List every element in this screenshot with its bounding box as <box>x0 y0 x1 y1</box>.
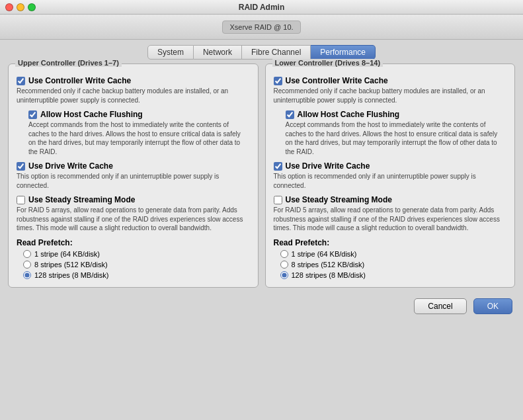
tab-network[interactable]: Network <box>194 45 242 60</box>
lower-steady-stream-checkbox[interactable] <box>274 196 282 204</box>
upper-write-cache-group: Use Controller Write Cache Recommended o… <box>17 76 250 105</box>
lower-radio-1stripe-label: 1 stripe (64 KB/disk) <box>292 250 357 258</box>
lower-radio-128stripes: 128 stripes (8 MB/disk) <box>280 271 507 279</box>
upper-drive-cache-group: Use Drive Write Cache This option is rec… <box>17 161 250 190</box>
upper-host-cache-row: Allow Host Cache Flushing <box>28 110 250 119</box>
upper-drive-cache-label: Use Drive Write Cache <box>28 161 113 171</box>
upper-drive-cache-row: Use Drive Write Cache <box>17 161 250 171</box>
lower-drive-cache-hint: This option is recommended only if an un… <box>274 172 507 190</box>
upper-read-prefetch-label: Read Prefetch: <box>17 238 250 247</box>
upper-steady-stream-group: Use Steady Streaming Mode For RAID 5 arr… <box>17 195 250 233</box>
lower-steady-stream-hint: For RAID 5 arrays, allow read operations… <box>274 206 507 233</box>
lower-radio-1stripe: 1 stripe (64 KB/disk) <box>280 250 507 258</box>
upper-radio-1stripe-input[interactable] <box>23 250 31 258</box>
upper-steady-stream-hint: For RAID 5 arrays, allow read operations… <box>17 206 250 233</box>
upper-drive-cache-hint: This option is recommended only if an un… <box>17 172 250 190</box>
lower-radio-128stripes-label: 128 stripes (8 MB/disk) <box>292 271 366 279</box>
lower-drive-cache-row: Use Drive Write Cache <box>274 161 507 171</box>
upper-host-cache-hint: Accept commands from the host to immedia… <box>28 120 250 156</box>
upper-write-cache-row: Use Controller Write Cache <box>17 76 250 85</box>
minimize-button[interactable] <box>17 3 24 11</box>
lower-radio-1stripe-input[interactable] <box>280 250 288 258</box>
lower-controller-panel: Lower Controller (Drives 8–14) Use Contr… <box>265 63 516 288</box>
upper-radio-8stripes: 8 stripes (512 KB/disk) <box>23 261 250 269</box>
upper-write-cache-hint: Recommended only if cache backup battery… <box>17 87 250 105</box>
maximize-button[interactable] <box>28 3 36 11</box>
upper-host-cache-label: Allow Host Cache Flushing <box>40 110 143 119</box>
lower-radio-8stripes-input[interactable] <box>280 261 288 269</box>
ok-button[interactable]: OK <box>473 298 512 314</box>
upper-host-cache-group: Allow Host Cache Flushing Accept command… <box>28 110 250 156</box>
upper-radio-8stripes-label: 8 stripes (512 KB/disk) <box>34 261 108 269</box>
cancel-button[interactable]: Cancel <box>414 298 466 314</box>
lower-controller-title: Lower Controller (Drives 8–14) <box>272 59 383 67</box>
upper-steady-stream-label: Use Steady Streaming Mode <box>28 195 135 204</box>
lower-read-prefetch-label: Read Prefetch: <box>274 238 507 247</box>
lower-drive-cache-checkbox[interactable] <box>274 162 282 171</box>
title-bar: RAID Admin <box>0 0 523 15</box>
lower-drive-cache-group: Use Drive Write Cache This option is rec… <box>274 161 507 190</box>
upper-controller-panel: Upper Controller (Drives 1–7) Use Contro… <box>8 63 259 288</box>
tab-performance[interactable]: Performance <box>311 45 376 60</box>
lower-radio-group: 1 stripe (64 KB/disk) 8 stripes (512 KB/… <box>280 250 507 279</box>
lower-radio-8stripes-label: 8 stripes (512 KB/disk) <box>292 261 365 269</box>
tab-system[interactable]: System <box>147 45 194 60</box>
lower-host-cache-group: Allow Host Cache Flushing Accept command… <box>286 110 507 156</box>
lower-write-cache-checkbox[interactable] <box>274 77 282 85</box>
toolbar-label: Xserve RAID @ 10. <box>222 21 300 34</box>
tab-fibre-channel[interactable]: Fibre Channel <box>242 45 311 60</box>
upper-host-cache-checkbox[interactable] <box>28 110 37 119</box>
upper-controller-title: Upper Controller (Drives 1–7) <box>15 59 122 67</box>
lower-radio-8stripes: 8 stripes (512 KB/disk) <box>280 261 507 269</box>
lower-write-cache-hint: Recommended only if cache backup battery… <box>274 87 507 105</box>
bottom-bar: Cancel OK <box>0 294 523 321</box>
lower-host-cache-row: Allow Host Cache Flushing <box>286 110 507 119</box>
upper-radio-1stripe: 1 stripe (64 KB/disk) <box>23 250 250 258</box>
lower-steady-stream-row: Use Steady Streaming Mode <box>274 195 507 204</box>
lower-drive-cache-label: Use Drive Write Cache <box>286 161 370 171</box>
lower-radio-128stripes-input[interactable] <box>280 271 288 279</box>
window-controls <box>5 3 36 11</box>
upper-steady-stream-row: Use Steady Streaming Mode <box>17 195 250 204</box>
lower-steady-stream-group: Use Steady Streaming Mode For RAID 5 arr… <box>274 195 507 233</box>
upper-radio-1stripe-label: 1 stripe (64 KB/disk) <box>34 250 100 258</box>
lower-host-cache-label: Allow Host Cache Flushing <box>298 110 400 119</box>
upper-drive-cache-checkbox[interactable] <box>17 162 25 171</box>
lower-host-cache-hint: Accept commands from the host to immedia… <box>286 120 507 156</box>
lower-steady-stream-label: Use Steady Streaming Mode <box>286 195 392 204</box>
upper-radio-group: 1 stripe (64 KB/disk) 8 stripes (512 KB/… <box>23 250 250 279</box>
upper-radio-128stripes-input[interactable] <box>23 271 31 279</box>
upper-radio-128stripes-label: 128 stripes (8 MB/disk) <box>34 271 108 279</box>
lower-write-cache-row: Use Controller Write Cache <box>274 76 507 85</box>
upper-radio-128stripes: 128 stripes (8 MB/disk) <box>23 271 250 279</box>
lower-write-cache-label: Use Controller Write Cache <box>286 76 388 85</box>
upper-radio-8stripes-input[interactable] <box>23 261 31 269</box>
upper-write-cache-checkbox[interactable] <box>17 77 25 85</box>
lower-host-cache-checkbox[interactable] <box>286 110 294 119</box>
upper-write-cache-label: Use Controller Write Cache <box>28 76 131 85</box>
main-content: Upper Controller (Drives 1–7) Use Contro… <box>0 63 523 294</box>
lower-write-cache-group: Use Controller Write Cache Recommended o… <box>274 76 507 105</box>
close-button[interactable] <box>5 3 13 11</box>
toolbar: Xserve RAID @ 10. <box>0 15 523 40</box>
window-title: RAID Admin <box>239 3 285 12</box>
upper-steady-stream-checkbox[interactable] <box>17 196 25 204</box>
